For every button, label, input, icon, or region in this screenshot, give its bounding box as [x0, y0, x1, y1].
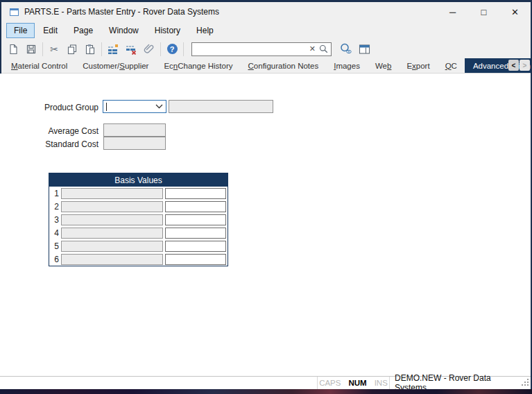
tab-scroll-buttons: < >	[508, 60, 530, 71]
page-advanced-pricing: Product Group Average Cost Standard Cost…	[1, 74, 531, 376]
menu-history[interactable]: History	[147, 23, 188, 38]
table-row: 2	[49, 200, 228, 213]
app-window: PARTS.E - Parts Master Entry - Rover Dat…	[0, 0, 532, 394]
toolbar-separator	[101, 42, 102, 56]
lookup-icon[interactable]	[337, 42, 355, 57]
caps-lock-indicator: CAPS	[319, 379, 341, 387]
new-document-icon[interactable]	[4, 42, 22, 57]
value-field-2[interactable]	[165, 201, 226, 212]
standard-cost-field[interactable]	[103, 137, 166, 150]
search-box: ✕	[191, 42, 332, 56]
row-number: 2	[49, 202, 59, 212]
search-input[interactable]	[192, 44, 306, 55]
copy-icon[interactable]	[63, 42, 81, 57]
form-layout-icon[interactable]	[355, 42, 373, 57]
table-row: 1	[49, 187, 228, 200]
table-row: 6	[49, 252, 228, 266]
table-row: 4	[49, 226, 228, 239]
title-bar[interactable]: PARTS.E - Parts Master Entry - Rover Dat…	[1, 2, 531, 22]
value-field-1[interactable]	[165, 188, 226, 199]
search-icon[interactable]	[319, 44, 331, 53]
average-cost-field[interactable]	[103, 123, 166, 137]
tab-configuration-notes[interactable]: Configuration Notes	[241, 58, 327, 73]
tab-scroll-right-icon[interactable]: >	[520, 60, 530, 71]
row-number: 4	[49, 228, 59, 238]
cut-icon[interactable]: ✂	[45, 42, 63, 57]
tab-customer-supplier[interactable]: Customer/Supplier	[75, 58, 156, 73]
basis-field-6[interactable]	[61, 254, 163, 265]
resize-grip[interactable]	[521, 377, 531, 389]
session-status: DEMO.NEW - Rover Data Systems	[389, 377, 521, 389]
basis-field-3[interactable]	[61, 214, 163, 225]
save-icon[interactable]	[22, 42, 40, 57]
maximize-button[interactable]: □	[468, 2, 499, 22]
table-row: 5	[49, 239, 228, 252]
standard-cost-label: Standard Cost	[1, 139, 98, 149]
keyboard-state-pane: CAPS NUM INS	[317, 377, 389, 389]
toolbar-separator	[183, 42, 184, 56]
value-field-3[interactable]	[165, 214, 226, 225]
window-controls: ─ □ ✕	[437, 2, 531, 22]
app-icon	[10, 8, 19, 16]
insert-row-icon[interactable]	[104, 42, 122, 57]
text-caret	[106, 103, 107, 111]
tab-images[interactable]: Images	[326, 58, 368, 73]
tab-ecn-change-history[interactable]: Ecn Change History	[156, 58, 240, 73]
toolbar-separator	[42, 42, 43, 56]
delete-row-icon[interactable]	[122, 42, 140, 57]
value-field-6[interactable]	[165, 254, 226, 265]
chevron-down-icon	[155, 104, 163, 109]
menu-file[interactable]: File	[6, 23, 35, 38]
menu-edit[interactable]: Edit	[35, 23, 65, 38]
table-row: 3	[49, 213, 228, 226]
help-icon[interactable]: ?	[163, 42, 181, 57]
product-group-description-field[interactable]	[169, 100, 273, 113]
menu-window[interactable]: Window	[101, 23, 146, 38]
minimize-button[interactable]: ─	[437, 2, 468, 22]
clear-search-icon[interactable]: ✕	[306, 44, 319, 53]
average-cost-label: Average Cost	[1, 126, 98, 136]
value-field-5[interactable]	[165, 241, 226, 252]
row-number: 1	[49, 189, 59, 198]
paste-icon[interactable]	[81, 42, 99, 57]
basis-field-4[interactable]	[61, 228, 163, 239]
row-number: 6	[49, 255, 59, 264]
menu-help[interactable]: Help	[189, 23, 221, 38]
status-bar: CAPS NUM INS DEMO.NEW - Rover Data Syste…	[0, 376, 531, 389]
tab-export[interactable]: Export	[399, 58, 437, 73]
num-lock-indicator: NUM	[348, 379, 366, 387]
toolbar: ✂ ? ✕	[1, 40, 531, 58]
desktop-background	[0, 389, 532, 394]
row-number: 5	[49, 241, 59, 251]
value-field-4[interactable]	[165, 228, 226, 239]
basis-values-table: Basis Values 1 2 3 4 5	[49, 173, 228, 266]
product-group-combobox[interactable]	[103, 100, 166, 113]
tab-web[interactable]: Web	[368, 58, 399, 73]
tab-material-control[interactable]: Material Control	[3, 58, 75, 73]
basis-values-header: Basis Values	[49, 173, 228, 187]
status-message-pane	[0, 377, 317, 389]
basis-field-5[interactable]	[61, 241, 163, 252]
product-group-label: Product Group	[1, 103, 98, 112]
tab-qc[interactable]: QC	[438, 58, 465, 73]
tab-scroll-left-icon[interactable]: <	[508, 60, 519, 71]
attachment-icon[interactable]	[140, 42, 158, 57]
toolbar-separator	[160, 42, 161, 56]
menu-bar: File Edit Page Window History Help	[1, 22, 531, 40]
tab-bar: Material Control Customer/Supplier Ecn C…	[1, 58, 531, 74]
window-title: PARTS.E - Parts Master Entry - Rover Dat…	[24, 7, 219, 17]
menu-page[interactable]: Page	[66, 23, 101, 38]
basis-field-2[interactable]	[61, 201, 163, 212]
close-button[interactable]: ✕	[499, 2, 531, 22]
row-number: 3	[49, 215, 59, 225]
insert-indicator: INS	[375, 379, 388, 387]
basis-field-1[interactable]	[61, 188, 163, 199]
